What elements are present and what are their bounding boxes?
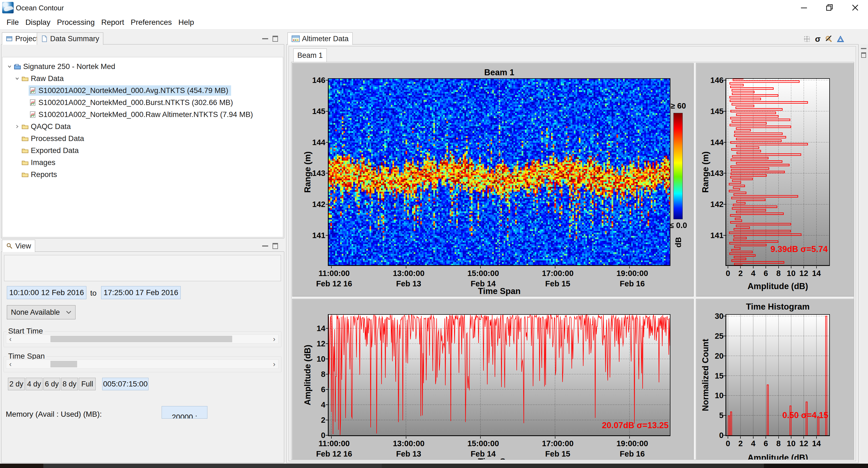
tick-mark [555,266,555,268]
tick-mark [723,415,725,416]
tick-label: 0 [719,431,723,440]
sigma-icon[interactable]: σ [815,35,820,42]
menu-display[interactable]: Display [22,18,54,27]
span-button-8-dy[interactable]: 8 dy [61,378,78,390]
time-span-slider-thumb[interactable] [51,361,78,368]
profile-ylabel: Range (m) [701,151,711,193]
span-button-2-dy[interactable]: 2 dy [8,378,25,390]
tree-item[interactable]: Processed Data [2,133,283,145]
panel-maximize-icon[interactable] [861,52,866,58]
menu-report[interactable]: Report [98,18,127,27]
tree-item[interactable]: Reports [2,169,283,180]
tree-item[interactable]: Signature 250 - Nortek Med [2,61,283,72]
tick-label: Feb 13 [396,449,421,459]
chevron-expanded-icon[interactable] [7,64,12,69]
slider-left-arrow-icon[interactable]: ‹ [6,334,14,343]
beam1-plot-area[interactable] [328,78,671,266]
restore-icon [826,4,833,11]
tick-label: 13:00:00 [393,269,424,278]
memory-field[interactable]: 20000 : [162,406,207,419]
chevron-expanded-icon[interactable] [15,76,20,81]
collapsed-sash[interactable] [859,44,868,463]
tree-item[interactable]: Exported Data [2,145,283,156]
tick-label: Feb 13 [396,279,421,288]
tab-beam-1[interactable]: Beam 1 [293,49,327,62]
panel-minimize-icon[interactable] [262,38,268,39]
zoom-slash-icon[interactable] [825,35,833,43]
tick-label: 144 [711,138,723,147]
tick-mark [326,389,328,390]
profile-canvas[interactable] [726,79,829,265]
delta-icon[interactable] [837,35,844,42]
beam1-heatmap-canvas[interactable] [329,79,670,265]
tick-mark [629,436,630,439]
panel-minimize-icon[interactable] [861,48,866,49]
tab-data-summary[interactable]: Data Summary [37,32,103,45]
tick-mark [723,173,725,173]
timeline-plot-area[interactable] [328,314,671,436]
tick-mark [723,142,725,143]
minimize-button[interactable] [791,0,817,15]
restore-button[interactable] [817,0,842,15]
time-span-slider[interactable]: ‹ › [6,359,279,369]
tick-mark [723,435,725,436]
tick-mark [326,235,328,236]
chevron-collapsed-icon[interactable] [15,124,20,129]
tick-label: 17:00:00 [542,439,574,448]
tab-altimeter-data[interactable]: Altimeter Data [287,32,353,45]
menu-file[interactable]: File [3,18,22,27]
data-file-icon [29,111,36,118]
tick-label: Feb 14 [471,449,496,459]
projects-panel: Projects Data Summary Signature 250 - No… [1,44,284,238]
slider-right-arrow-icon[interactable]: › [270,360,278,369]
dataset-dropdown[interactable]: None Available [7,305,75,319]
close-button[interactable] [842,0,868,15]
panel-minimize-icon[interactable] [262,245,268,246]
tick-label: 145 [312,107,326,116]
tab-data-summary-label: Data Summary [50,35,99,43]
tab-view[interactable]: View [2,240,35,252]
view-empty-listbox[interactable] [4,255,281,281]
tick-label: 8 [321,370,326,379]
tree-item[interactable]: S100201A002_NortekMed_000.Burst.NTKTS (3… [2,96,283,109]
tab-altimeter-data-label: Altimeter Data [302,35,348,43]
range-end-field[interactable]: 17:25:00 17 Feb 2016 [101,286,181,299]
tree-item[interactable]: S100201A002_NortekMed_000.Raw Altimeter.… [2,109,283,121]
range-start-field[interactable]: 10:10:00 12 Feb 2016 [7,286,86,299]
start-time-slider-thumb[interactable] [51,336,232,342]
tick-mark [326,420,328,420]
tick-label: 13:00:00 [393,439,424,448]
tick-mark [723,336,725,336]
panel-maximize-icon[interactable] [273,243,278,249]
slider-right-arrow-icon[interactable]: › [270,334,278,343]
tree-item-label: Reports [31,170,57,179]
span-button-4-dy[interactable]: 4 dy [26,378,42,390]
profile-plot-area[interactable] [725,78,830,266]
start-time-slider[interactable]: ‹ › [6,334,279,344]
menu-help[interactable]: Help [175,18,197,27]
tick-mark [331,266,332,268]
tick-mark [791,266,792,268]
tick-label: 6 [764,439,768,448]
start-time-group: Start Time ‹ › [4,331,281,347]
panel-maximize-icon[interactable] [273,36,278,42]
tree-item[interactable]: QAQC Data [2,121,283,133]
tree-item[interactable]: Images [2,156,283,169]
tree-item-label: S100201A002_NortekMed_000.Burst.NTKTS (3… [38,98,233,107]
tick-label: Feb 15 [545,449,570,459]
slider-left-arrow-icon[interactable]: ‹ [6,360,14,369]
tick-label: 12 [799,269,808,278]
menu-preferences[interactable]: Preferences [128,18,175,27]
tree-item-label: S100201A002_NortekMed_000.Raw Altimeter.… [38,110,253,119]
menu-processing[interactable]: Processing [54,18,98,27]
project-folder-icon [14,63,21,70]
span-value-field[interactable]: 005:07:15:00 [102,378,149,390]
grid-icon[interactable] [803,35,810,42]
span-button-full[interactable]: Full [79,378,96,390]
span-button-6-dy[interactable]: 6 dy [43,378,60,390]
tree-item[interactable]: S100201A002_NortekMed_000.Avg.NTKTS (454… [2,85,283,96]
view-magnifier-icon [6,242,13,250]
tree-item[interactable]: Raw Data [2,72,283,85]
tree-item-label: S100201A002_NortekMed_000.Avg.NTKTS (454… [38,86,228,95]
timeline-canvas[interactable] [329,315,670,435]
